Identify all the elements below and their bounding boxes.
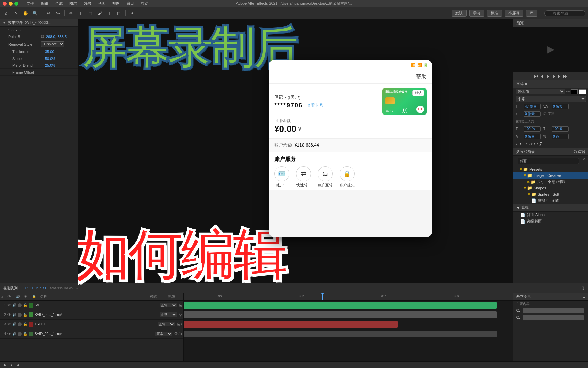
menu-edit[interactable]: 编辑 — [39, 0, 50, 7]
underline-icon[interactable]: T̲ — [539, 142, 542, 146]
layer1-vis[interactable]: 👁 — [7, 303, 11, 307]
toolbar-clone[interactable]: ◫ — [105, 10, 113, 17]
timeline-current-time[interactable]: 0:00:19:31 — [24, 286, 46, 290]
preview-menu-icon[interactable]: ≡ — [583, 21, 585, 25]
layer2-vis[interactable]: 👁 — [7, 313, 11, 317]
ec-thickness-value[interactable]: 35.00 — [45, 50, 54, 54]
menu-file[interactable]: 文件 — [25, 0, 35, 7]
toolbar-undo[interactable]: ↩ — [45, 10, 52, 17]
layer4-mode[interactable]: 正常 — [155, 332, 172, 336]
ec-slope-value[interactable]: 50.0% — [45, 57, 55, 61]
prev-next[interactable]: ⏵⏵ — [552, 73, 562, 79]
tree-shapes[interactable]: ▼📁 Shapes — [513, 185, 588, 191]
layer2-mode[interactable]: 正常 — [160, 312, 177, 317]
effects-search-input[interactable] — [518, 158, 579, 164]
service-interbank[interactable]: 🗂 账户互转 — [318, 166, 333, 188]
tree-image-creative[interactable]: ▼📁 Image - Creative — [513, 172, 588, 179]
super-icon[interactable]: T — [534, 142, 535, 145]
effects-search-clear[interactable]: ✕ — [583, 157, 586, 165]
maximize-button[interactable] — [14, 2, 18, 6]
close-button[interactable] — [3, 2, 7, 6]
layer3-vis[interactable]: 👁 — [7, 322, 11, 326]
workspace-default[interactable]: 默认 — [452, 10, 467, 17]
baseline-input[interactable] — [524, 134, 541, 139]
toolbar-hand[interactable]: ✋ — [22, 10, 29, 17]
card-link[interactable]: 查看卡号 — [307, 103, 323, 108]
toolbar-shape[interactable]: ◻ — [86, 10, 94, 17]
layer3-solo[interactable] — [18, 322, 22, 326]
layer-row-3[interactable]: 3 👁 🔊 🔒 T ¥0.00 正常 朵 / — [0, 320, 183, 329]
menu-window[interactable]: 窗口 — [125, 0, 135, 7]
workspace-standard[interactable]: 标准 — [487, 10, 502, 17]
layer1-audio[interactable]: 🔊 — [12, 303, 16, 307]
playhead[interactable] — [322, 293, 323, 300]
tree-sprites-soft[interactable]: ▼📁 Sprites - Soft — [513, 191, 588, 197]
tree-presets[interactable]: ▼📁 Presets — [513, 166, 588, 172]
track-bar-1[interactable] — [184, 302, 497, 309]
prev-start[interactable]: ⏮ — [534, 73, 539, 79]
layer1-solo[interactable] — [18, 303, 22, 307]
char-menu-icon[interactable]: ≡ — [525, 82, 527, 86]
leading-input[interactable] — [524, 111, 541, 117]
prev-play[interactable]: ⏵ — [546, 73, 551, 79]
workspace-learn[interactable]: 学习 — [469, 10, 484, 17]
ov-item-edge[interactable]: 📄 边缘斜面 — [513, 218, 588, 225]
prev-end[interactable]: ⏭ — [563, 73, 568, 79]
layer2-lock[interactable]: 🔒 — [23, 313, 27, 317]
layer-row-2[interactable]: 2 👁 🔊 🔒 SVID_20..._1.mp4 正常 朵 — [0, 310, 183, 320]
service-transfer[interactable]: ⇄ 快速转... — [296, 166, 311, 188]
fill-color-swatch[interactable] — [571, 89, 578, 94]
tree-moni-bevel[interactable]: 📄 摩拟号 - 斜面 — [513, 197, 588, 204]
search-input[interactable] — [544, 10, 585, 16]
tsume-input[interactable] — [552, 134, 569, 139]
toolbar-brush[interactable]: 🖌 — [96, 10, 103, 17]
layer1-mode[interactable]: 正常 — [160, 303, 177, 307]
bold-icon[interactable]: T — [516, 142, 518, 146]
sub-icon[interactable]: T — [537, 142, 538, 145]
menu-layer[interactable]: 图层 — [68, 0, 78, 7]
font-weight-select[interactable]: 中等 — [516, 96, 586, 102]
layer4-audio[interactable]: 🔊 — [12, 332, 16, 336]
all-caps-icon[interactable]: TT — [523, 142, 527, 146]
scale-v-input[interactable] — [552, 126, 569, 132]
layer4-vis[interactable]: 👁 — [7, 332, 11, 336]
layer3-audio[interactable]: 🔊 — [12, 322, 16, 326]
balance-dropdown-icon[interactable]: ∨ — [298, 126, 302, 132]
minimize-button[interactable] — [9, 2, 13, 6]
small-caps-icon[interactable]: Tt — [529, 142, 532, 146]
toolbar-redo[interactable]: ↪ — [54, 10, 62, 17]
ec-mirrorblend-value[interactable]: 25.0% — [45, 63, 55, 67]
italic-icon[interactable]: T — [519, 142, 522, 146]
tree-size-creative[interactable]: ⊳📁 尺寸 - 创意+回影 — [513, 179, 588, 185]
font-size-input[interactable] — [524, 104, 541, 109]
toolbar-eraser[interactable]: ◻ — [115, 10, 122, 17]
menu-animation[interactable]: 动画 — [97, 0, 107, 7]
layer-row-1[interactable]: 1 👁 🔊 🔒 SV... 正常 朵 — [0, 301, 183, 310]
ec-pointb-coords[interactable]: 268.0, 338.5 — [46, 35, 67, 39]
tri-menu-icon[interactable]: ≡ — [583, 295, 585, 299]
layer3-mode[interactable]: 正常 — [158, 322, 175, 326]
stroke-color-swatch[interactable] — [579, 89, 586, 94]
toolbar-puppet[interactable]: ✦ — [128, 10, 136, 17]
toolbar-select[interactable]: ↖ — [12, 10, 20, 17]
layer3-lock[interactable]: 🔒 — [23, 322, 27, 326]
pencil-icon[interactable]: ✏ — [566, 89, 570, 94]
status-icon-2[interactable]: ⏵ — [10, 363, 14, 367]
service-suspend[interactable]: 🔒 账户挂失 — [340, 166, 355, 188]
layer2-audio[interactable]: 🔊 — [12, 313, 16, 317]
track-bar-3[interactable] — [184, 321, 398, 328]
ec-removal-select[interactable]: Displace — [41, 41, 64, 47]
toolbar-zoom[interactable]: 🔍 — [31, 10, 39, 17]
menu-effects[interactable]: 效果 — [82, 0, 93, 7]
layer1-lock[interactable]: 🔒 — [23, 303, 27, 307]
tl-left-arrow[interactable]: ↧ — [581, 286, 585, 291]
layer-row-4[interactable]: 4 👁 🔊 🔒 SVID_20..._1.mp4 正常 朵 /fx — [0, 329, 183, 339]
workspace-library[interactable]: 库 — [526, 10, 537, 17]
service-account[interactable]: 🪪 账户... — [274, 166, 289, 188]
scale-h-input[interactable] — [524, 126, 541, 132]
toolbar-pen[interactable]: ✏ — [67, 10, 75, 17]
workspace-small-screen[interactable]: 小屏幕 — [505, 10, 523, 17]
menu-composition[interactable]: 合成 — [54, 0, 64, 7]
menu-view[interactable]: 视图 — [111, 0, 121, 7]
font-family-select[interactable]: 黑体-简 — [516, 89, 565, 94]
